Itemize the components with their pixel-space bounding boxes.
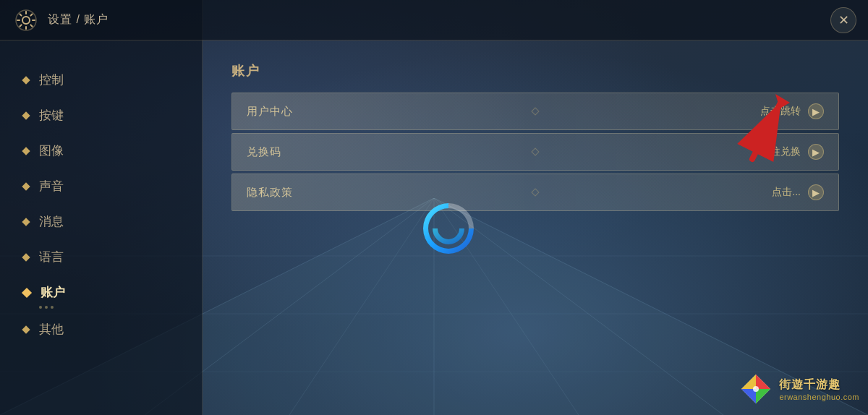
row-arrow-button[interactable]: ▶ <box>808 144 824 160</box>
row-label-user-center: 用户中心 <box>247 105 293 119</box>
watermark-site-name: 街遊千游趣 <box>779 377 859 393</box>
sidebar-label: 其他 <box>39 321 64 338</box>
row-arrow-button[interactable]: ▶ <box>808 184 824 200</box>
watermark-logo-icon <box>739 372 773 406</box>
annotation-arrow <box>709 87 796 174</box>
nav-diamond <box>22 325 30 333</box>
sidebar-item-account[interactable]: 账户 <box>0 275 203 310</box>
center-diamond-decoration <box>531 188 539 196</box>
row-label-privacy: 隐私政策 <box>247 186 293 200</box>
sidebar-label: 控制 <box>39 72 64 88</box>
nav-diamond-active <box>22 287 32 297</box>
svg-point-19 <box>753 386 759 392</box>
account-row-privacy[interactable]: 隐私政策 点击... ▶ <box>231 174 839 211</box>
section-title: 账户 <box>231 62 839 80</box>
sidebar-item-message[interactable]: 消息 <box>0 204 203 239</box>
nav-diamond <box>22 182 30 190</box>
center-diamond-decoration <box>531 147 539 155</box>
sidebar-label: 语言 <box>39 249 64 265</box>
row-arrow-button[interactable]: ▶ <box>808 103 824 119</box>
row-action-label: 点击... <box>772 186 801 199</box>
nav-diamond <box>22 76 30 84</box>
row-right-privacy: 点击... ▶ <box>772 184 824 200</box>
nav-diamond <box>22 147 30 155</box>
sidebar-item-language[interactable]: 语言 <box>0 239 203 275</box>
edge-browser-icon <box>412 192 485 265</box>
sidebar-label: 账户 <box>41 284 65 301</box>
center-diamond-decoration <box>531 107 539 115</box>
sidebar-item-other[interactable]: 其他 <box>0 312 203 347</box>
nav-diamond <box>22 253 30 261</box>
sidebar-label: 消息 <box>39 213 64 230</box>
svg-marker-18 <box>741 375 756 389</box>
sidebar-label: 图像 <box>39 142 64 159</box>
svg-marker-16 <box>756 389 770 403</box>
sidebar-item-control[interactable]: 控制 <box>0 62 203 98</box>
sidebar-label: 声音 <box>39 178 64 194</box>
sidebar: 控制 按键 图像 声音 消息 语言 账户 其他 <box>0 40 203 415</box>
settings-icon <box>14 9 38 32</box>
breadcrumb: 设置 / 账户 <box>48 12 109 27</box>
sidebar-label: 按键 <box>39 107 64 124</box>
close-button[interactable]: ✕ <box>830 7 856 33</box>
sidebar-item-keys[interactable]: 按键 <box>0 98 203 133</box>
svg-marker-15 <box>756 375 770 389</box>
header: 设置 / 账户 ✕ <box>0 0 868 40</box>
svg-marker-17 <box>741 389 756 403</box>
nav-diamond <box>22 218 30 226</box>
sidebar-item-image[interactable]: 图像 <box>0 133 203 168</box>
watermark: 街遊千游趣 erwanshenghuo.com <box>739 372 859 406</box>
watermark-url: erwanshenghuo.com <box>779 393 859 401</box>
nav-diamond <box>22 111 30 119</box>
sidebar-item-sound[interactable]: 声音 <box>0 168 203 204</box>
row-label-redeem: 兑换码 <box>247 145 281 159</box>
svg-point-10 <box>22 17 30 24</box>
